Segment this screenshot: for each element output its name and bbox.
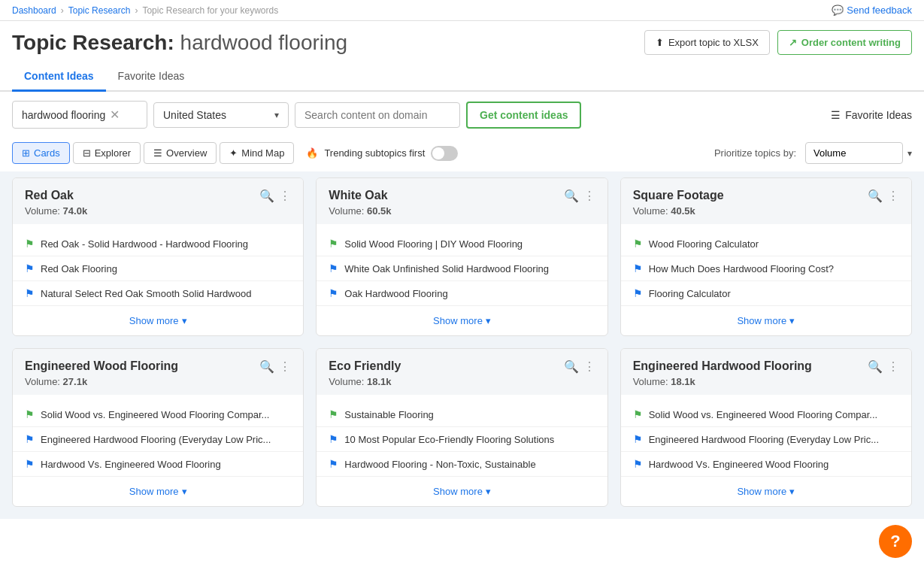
show-more-row[interactable]: Show more ▾ (621, 477, 911, 506)
page-title-bar: Topic Research: hardwood flooring ⬆ Expo… (0, 21, 924, 62)
card-item: ⚑ Engineered Hardwood Flooring (Everyday… (621, 427, 911, 452)
controls-row: hardwood flooring ✕ United States ▾ Get … (0, 92, 924, 138)
view-explorer-button[interactable]: ⊟ Explorer (73, 142, 141, 164)
view-row: ⊞ Cards ⊟ Explorer ☰ Overview ✦ Mind Map… (0, 138, 924, 171)
topic-green-icon: ⚑ (633, 238, 643, 250)
card-title-block: White Oak Volume: 60.5k (329, 189, 391, 217)
card-item-text: Natural Select Red Oak Smooth Solid Hard… (41, 288, 291, 299)
card-body-white-oak: ⚑ Solid Wood Flooring | DIY Wood Floorin… (317, 224, 607, 335)
topic-blue-icon: ⚑ (25, 262, 35, 274)
send-feedback-label: Send feedback (847, 5, 912, 16)
card-body-red-oak: ⚑ Red Oak - Solid Hardwood - Hardwood Fl… (13, 224, 303, 335)
priority-select[interactable]: Volume Difficulty Topic Efficiency (805, 142, 903, 164)
card-title: Square Footage (633, 189, 724, 202)
card-search-icon[interactable]: 🔍 (868, 359, 883, 374)
card-item-text: Hardwood Vs. Engineered Wood Flooring (649, 459, 899, 470)
show-more-row[interactable]: Show more ▾ (317, 477, 607, 506)
card-more-icon[interactable]: ⋮ (583, 359, 595, 374)
card-more-icon[interactable]: ⋮ (279, 359, 291, 374)
show-more-label: Show more ▾ (737, 315, 795, 326)
trending-toggle-group: 🔥 Trending subtopics first (306, 146, 458, 161)
topic-green-icon: ⚑ (25, 238, 35, 250)
topic-blue-icon: ⚑ (329, 262, 338, 274)
send-feedback-link[interactable]: 💬 Send feedback (832, 5, 912, 16)
tab-favorite-ideas[interactable]: Favorite Ideas (106, 62, 197, 92)
card-title: White Oak (329, 189, 391, 202)
topic-green-icon: ⚑ (25, 408, 35, 420)
card-search-icon[interactable]: 🔍 (564, 359, 579, 374)
show-more-row[interactable]: Show more ▾ (621, 306, 911, 335)
trending-toggle-switch[interactable] (431, 146, 458, 161)
topic-blue-icon: ⚑ (633, 262, 643, 274)
card-header-actions: 🔍 ⋮ (564, 189, 595, 203)
card-item-text: How Much Does Hardwood Flooring Cost? (649, 263, 899, 274)
card-item: ⚑ Red Oak Flooring (13, 256, 303, 281)
card-header-engineered-hardwood-flooring: Engineered Hardwood Flooring Volume: 18.… (621, 349, 911, 395)
card-item-text: 10 Most Popular Eco-Friendly Flooring So… (344, 434, 595, 445)
view-cards-button[interactable]: ⊞ Cards (12, 142, 70, 164)
show-more-row[interactable]: Show more ▾ (13, 306, 303, 335)
search-domain-input[interactable] (295, 102, 460, 128)
card-header-eco-friendly: Eco Friendly Volume: 18.1k 🔍 ⋮ (317, 349, 607, 395)
get-content-ideas-button[interactable]: Get content ideas (466, 102, 581, 129)
favorite-ideas-link[interactable]: ☰ Favorite Ideas (831, 109, 912, 121)
card-volume: Volume: 60.5k (329, 205, 391, 217)
show-more-label: Show more ▾ (737, 486, 795, 497)
country-select[interactable]: United States ▾ (153, 102, 289, 128)
favorite-ideas-label: Favorite Ideas (845, 109, 912, 121)
topic-blue-icon: ⚑ (633, 433, 643, 445)
card-white-oak: White Oak Volume: 60.5k 🔍 ⋮ ⚑ Solid Wood… (316, 177, 607, 336)
card-item: ⚑ Wood Flooring Calculator (621, 232, 911, 256)
topic-blue-icon: ⚑ (329, 287, 338, 299)
breadcrumb-topic-research[interactable]: Topic Research (68, 5, 131, 16)
card-volume: Volume: 18.1k (329, 376, 401, 387)
card-item-text: Oak Hardwood Flooring (344, 288, 595, 299)
keyword-value: hardwood flooring (22, 109, 105, 121)
card-item: ⚑ Hardwood Vs. Engineered Wood Flooring (13, 452, 303, 477)
page-title-prefix: Topic Research: (12, 31, 180, 54)
page-title-keyword: hardwood flooring (180, 31, 348, 54)
grid-icon: ⊞ (22, 147, 30, 159)
card-item: ⚑ White Oak Unfinished Solid Hardwood Fl… (317, 256, 607, 281)
card-search-icon[interactable]: 🔍 (868, 189, 883, 203)
card-more-icon[interactable]: ⋮ (887, 189, 899, 203)
clear-keyword-icon[interactable]: ✕ (110, 108, 120, 122)
export-button[interactable]: ⬆ Export topic to XLSX (644, 30, 770, 55)
breadcrumb: Dashboard › Topic Research › Topic Resea… (12, 5, 278, 16)
title-actions: ⬆ Export topic to XLSX ↗ Order content w… (644, 30, 912, 55)
tab-content-ideas[interactable]: Content Ideas (12, 62, 106, 92)
card-item-text: Solid Wood vs. Engineered Wood Flooring … (41, 409, 291, 420)
card-search-icon[interactable]: 🔍 (259, 359, 274, 374)
top-bar: Dashboard › Topic Research › Topic Resea… (0, 0, 924, 21)
breadcrumb-dashboard[interactable]: Dashboard (12, 5, 56, 16)
card-more-icon[interactable]: ⋮ (887, 359, 899, 374)
card-header-actions: 🔍 ⋮ (564, 359, 595, 374)
show-more-row[interactable]: Show more ▾ (13, 477, 303, 506)
card-item-text: Engineered Hardwood Flooring (Everyday L… (41, 434, 291, 445)
speech-bubble-icon: 💬 (832, 5, 844, 16)
card-volume: Volume: 27.1k (25, 376, 178, 387)
card-more-icon[interactable]: ⋮ (279, 189, 291, 203)
card-search-icon[interactable]: 🔍 (259, 189, 274, 203)
card-search-icon[interactable]: 🔍 (564, 189, 579, 203)
topic-green-icon: ⚑ (329, 408, 338, 420)
topic-blue-icon: ⚑ (25, 287, 35, 299)
topic-blue-icon: ⚑ (329, 458, 338, 470)
view-overview-button[interactable]: ☰ Overview (144, 142, 217, 164)
view-mindmap-button[interactable]: ✦ Mind Map (220, 142, 294, 164)
chevron-down-icon: ▾ (274, 110, 279, 120)
card-title-block: Red Oak Volume: 74.0k (25, 189, 87, 217)
card-item: ⚑ Solid Wood vs. Engineered Wood Floorin… (13, 402, 303, 427)
external-link-icon: ↗ (789, 37, 797, 48)
card-header-red-oak: Red Oak Volume: 74.0k 🔍 ⋮ (13, 178, 303, 224)
card-red-oak: Red Oak Volume: 74.0k 🔍 ⋮ ⚑ Red Oak - So… (12, 177, 304, 336)
chevron-down-icon: ▾ (789, 486, 795, 497)
card-more-icon[interactable]: ⋮ (583, 189, 595, 203)
order-content-button[interactable]: ↗ Order content writing (777, 30, 912, 55)
country-value: United States (163, 109, 226, 121)
show-more-row[interactable]: Show more ▾ (317, 306, 607, 335)
topic-blue-icon: ⚑ (633, 287, 643, 299)
topic-blue-icon: ⚑ (633, 458, 643, 470)
toggle-knob (432, 147, 444, 159)
trending-label: Trending subtopics first (324, 147, 425, 159)
